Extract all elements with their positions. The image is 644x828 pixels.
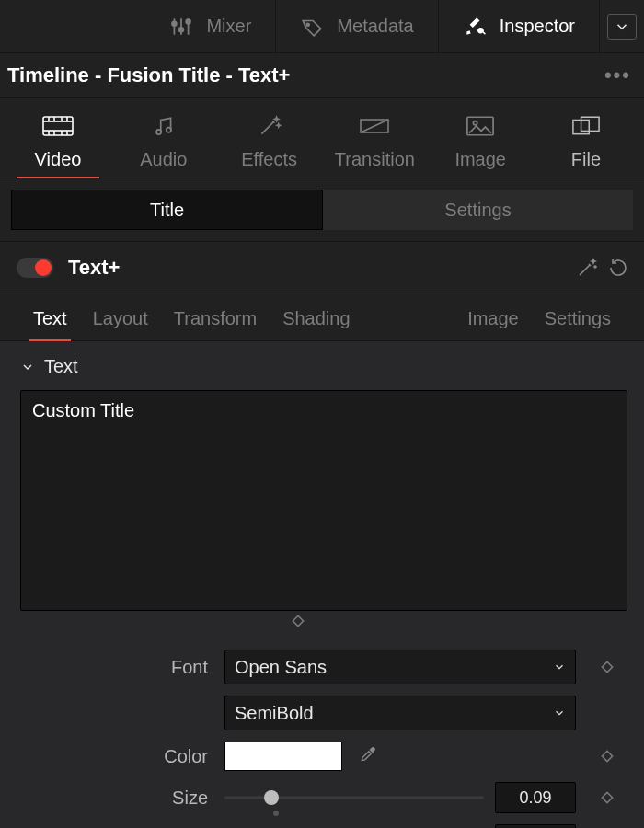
panel-tabs: Mixer Metadata Inspector	[0, 0, 644, 53]
breadcrumb: Timeline - Fusion Title - Text+ •••	[0, 53, 644, 98]
tab-inspector-label: Inspector	[500, 16, 575, 37]
svg-point-1	[172, 21, 177, 26]
chevron-down-icon	[553, 661, 566, 673]
tab-inspector[interactable]: Inspector	[439, 0, 600, 52]
tools-icon	[463, 15, 487, 39]
keyframe-color[interactable]	[587, 750, 627, 763]
diamond-icon	[601, 791, 614, 804]
font-weight-value: SemiBold	[235, 703, 314, 724]
mixer-icon	[169, 15, 193, 39]
keyframe-font[interactable]	[587, 661, 627, 673]
svg-rect-25	[581, 117, 600, 131]
svg-point-18	[156, 130, 161, 134]
reset-button[interactable]	[607, 257, 629, 279]
tab-effects-label: Effects	[241, 149, 297, 170]
chevron-down-icon	[553, 707, 566, 719]
segment-settings[interactable]: Settings	[323, 190, 633, 230]
size-slider[interactable]	[224, 787, 484, 809]
subtab-transform[interactable]: Transform	[161, 308, 270, 340]
segment-title-label: Title	[150, 200, 184, 221]
font-family-select[interactable]: Open Sans	[224, 650, 576, 684]
video-icon	[42, 114, 74, 138]
segment-title-settings: Title Settings	[0, 178, 644, 242]
wand-icon	[254, 114, 285, 138]
slider-default-tick	[273, 811, 279, 816]
color-swatch[interactable]	[224, 742, 342, 771]
subtab-image[interactable]: Image	[454, 308, 532, 340]
subtab-text[interactable]: Text	[20, 308, 80, 340]
slider-thumb[interactable]	[264, 790, 279, 805]
effect-enable-toggle[interactable]	[17, 258, 53, 278]
segment-title[interactable]: Title	[11, 190, 323, 230]
tab-audio[interactable]: Audio	[122, 114, 205, 178]
subtab-shading[interactable]: Shading	[270, 308, 362, 340]
segment-settings-label: Settings	[444, 200, 511, 221]
font-family-value: Open Sans	[235, 657, 327, 678]
sub-tabs: Text Layout Transform Shading Image Sett…	[0, 293, 644, 341]
subtab-settings[interactable]: Settings	[532, 308, 624, 340]
tab-video-label: Video	[35, 149, 82, 170]
subtab-shading-label: Shading	[282, 308, 350, 328]
subtab-layout[interactable]: Layout	[80, 308, 161, 340]
image-icon	[465, 114, 496, 138]
tab-transition-label: Transition	[335, 149, 415, 170]
diamond-icon	[292, 615, 305, 627]
page-title: Timeline - Fusion Title - Text+	[7, 63, 290, 87]
toggle-knob	[35, 259, 52, 276]
tab-effects[interactable]: Effects	[228, 114, 311, 178]
diamond-icon	[601, 661, 614, 673]
font-weight-select[interactable]: SemiBold	[224, 696, 576, 730]
parameters-panel: Text Font Open Sans SemiBold Color	[0, 341, 644, 828]
svg-rect-27	[293, 615, 303, 626]
effect-name: Text+	[68, 256, 120, 280]
tab-audio-label: Audio	[140, 149, 187, 170]
size-label: Size	[20, 788, 213, 809]
more-menu-button[interactable]: •••	[604, 63, 631, 87]
svg-rect-7	[43, 117, 73, 135]
tag-icon	[300, 15, 324, 39]
svg-rect-29	[602, 751, 612, 761]
tab-image-label: Image	[454, 149, 506, 170]
keyframe-styled-text[interactable]	[20, 611, 576, 627]
tab-file[interactable]: File	[545, 114, 627, 178]
tracking-input[interactable]	[495, 824, 576, 828]
magic-wand-button[interactable]	[576, 257, 598, 279]
tab-image[interactable]: Image	[439, 114, 522, 178]
tab-metadata[interactable]: Metadata	[276, 0, 438, 52]
svg-point-6	[306, 23, 309, 26]
tab-file-label: File	[571, 149, 601, 170]
svg-point-19	[167, 128, 171, 132]
eyedropper-button[interactable]	[359, 745, 377, 768]
music-icon	[148, 114, 179, 138]
svg-line-21	[361, 120, 388, 132]
diamond-icon	[601, 750, 614, 763]
transition-icon	[359, 114, 390, 138]
category-tabs: Video Audio Effects Transition Image Fil…	[0, 98, 644, 178]
tab-mixer-label: Mixer	[206, 16, 251, 37]
font-label: Font	[20, 657, 213, 678]
styled-text-input[interactable]	[20, 390, 627, 611]
subtab-text-label: Text	[33, 308, 67, 328]
keyframe-size[interactable]	[587, 791, 627, 804]
chevron-down-icon	[20, 360, 35, 374]
svg-point-5	[187, 19, 191, 24]
tab-mixer[interactable]: Mixer	[145, 0, 276, 52]
file-icon	[570, 114, 602, 138]
subtab-transform-label: Transform	[174, 308, 257, 328]
effect-header: Text+	[0, 242, 644, 293]
tab-video[interactable]: Video	[17, 114, 99, 178]
subtab-image-label: Image	[467, 308, 519, 328]
tab-metadata-label: Metadata	[337, 16, 413, 37]
panel-menu-dropdown[interactable]	[600, 0, 644, 52]
section-text-label: Text	[44, 356, 78, 377]
svg-rect-28	[602, 661, 612, 672]
section-text-header[interactable]: Text	[20, 356, 627, 377]
svg-point-23	[474, 121, 477, 125]
svg-point-3	[179, 27, 184, 31]
svg-rect-22	[467, 117, 493, 135]
size-input[interactable]	[495, 782, 576, 813]
magic-wand-icon	[576, 257, 598, 279]
tab-transition[interactable]: Transition	[333, 114, 416, 178]
subtab-layout-label: Layout	[93, 308, 148, 328]
svg-rect-30	[602, 792, 612, 802]
